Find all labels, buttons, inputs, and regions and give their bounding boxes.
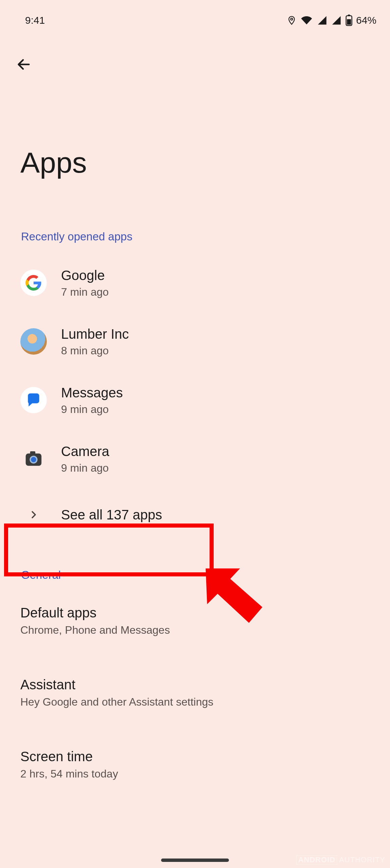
app-item-messages[interactable]: Messages 9 min ago [0, 371, 390, 429]
svg-rect-5 [30, 451, 36, 454]
signal2-icon [331, 15, 342, 25]
setting-sub: Hey Google and other Assistant settings [20, 696, 370, 708]
app-name: Lumber Inc [61, 326, 129, 342]
app-name: Messages [61, 384, 123, 401]
svg-rect-3 [347, 19, 351, 25]
camera-icon [20, 446, 47, 472]
chevron-right-icon [28, 510, 39, 520]
lumber-icon [20, 328, 47, 355]
section-general-header: General [0, 541, 390, 592]
battery-pct: 64% [356, 15, 376, 26]
app-sub: 9 min ago [61, 462, 109, 474]
nav-bar [0, 34, 390, 75]
back-button[interactable] [14, 54, 34, 75]
watermark-brand: AUTHORITY [339, 855, 385, 864]
watermark-brand: ANDROID [296, 855, 337, 865]
signal1-icon [317, 15, 328, 25]
svg-rect-2 [348, 15, 350, 16]
wifi-icon [300, 15, 313, 26]
app-item-camera[interactable]: Camera 9 min ago [0, 429, 390, 488]
see-all-label: See all 137 apps [61, 507, 162, 522]
google-icon [20, 270, 47, 296]
setting-title: Screen time [20, 749, 370, 764]
location-icon [287, 15, 296, 26]
page-title: Apps [0, 75, 390, 179]
watermark: ANDROID AUTHORITY [296, 855, 385, 865]
gesture-bar[interactable] [161, 859, 229, 862]
setting-sub: Chrome, Phone and Messages [20, 624, 370, 636]
svg-point-0 [291, 18, 293, 20]
setting-default-apps[interactable]: Default apps Chrome, Phone and Messages [0, 592, 390, 650]
status-icons: 64% [287, 15, 376, 26]
app-sub: 9 min ago [61, 403, 123, 416]
status-time: 9:41 [25, 15, 45, 26]
section-recent-header: Recently opened apps [0, 179, 390, 253]
messages-icon [20, 387, 47, 413]
setting-title: Default apps [20, 605, 370, 620]
setting-assistant[interactable]: Assistant Hey Google and other Assistant… [0, 664, 390, 722]
see-all-apps[interactable]: See all 137 apps [0, 488, 390, 541]
app-name: Google [61, 267, 109, 284]
app-name: Camera [61, 443, 109, 460]
battery-icon [345, 15, 353, 26]
setting-screen-time[interactable]: Screen time 2 hrs, 54 mins today [0, 735, 390, 794]
arrow-left-icon [16, 57, 32, 72]
app-sub: 8 min ago [61, 344, 129, 357]
app-sub: 7 min ago [61, 286, 109, 298]
setting-title: Assistant [20, 677, 370, 692]
app-item-google[interactable]: Google 7 min ago [0, 253, 390, 312]
app-item-lumber[interactable]: Lumber Inc 8 min ago [0, 312, 390, 371]
status-bar: 9:41 64% [0, 0, 390, 34]
svg-point-7 [31, 457, 36, 462]
setting-sub: 2 hrs, 54 mins today [20, 768, 370, 780]
